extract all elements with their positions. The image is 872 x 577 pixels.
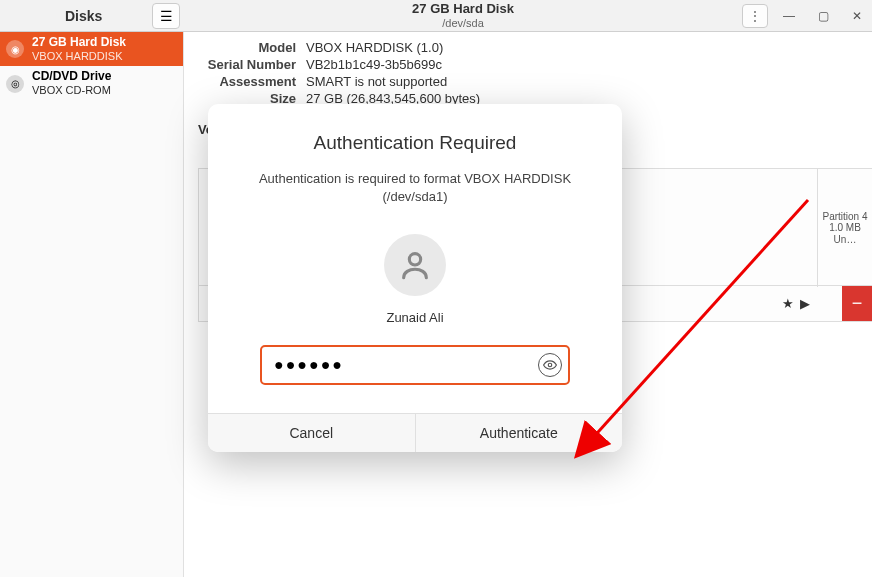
svg-point-0 — [409, 254, 420, 265]
show-password-button[interactable] — [538, 353, 562, 377]
authenticate-button[interactable]: Authenticate — [415, 414, 623, 452]
eye-icon — [543, 358, 557, 372]
user-avatar — [384, 234, 446, 296]
cancel-button[interactable]: Cancel — [208, 414, 415, 452]
auth-dialog-actions: Cancel Authenticate — [208, 413, 622, 452]
svg-point-1 — [548, 364, 552, 368]
auth-overlay: Authentication Required Authentication i… — [0, 0, 872, 577]
auth-dialog-user: Zunaid Ali — [240, 310, 590, 325]
password-input[interactable] — [260, 345, 570, 385]
auth-dialog-body: Authentication Required Authentication i… — [208, 104, 622, 413]
person-icon — [398, 248, 432, 282]
auth-dialog: Authentication Required Authentication i… — [208, 104, 622, 452]
auth-dialog-message: Authentication is required to format VBO… — [240, 170, 590, 206]
auth-dialog-title: Authentication Required — [240, 132, 590, 154]
password-wrapper — [260, 345, 570, 385]
